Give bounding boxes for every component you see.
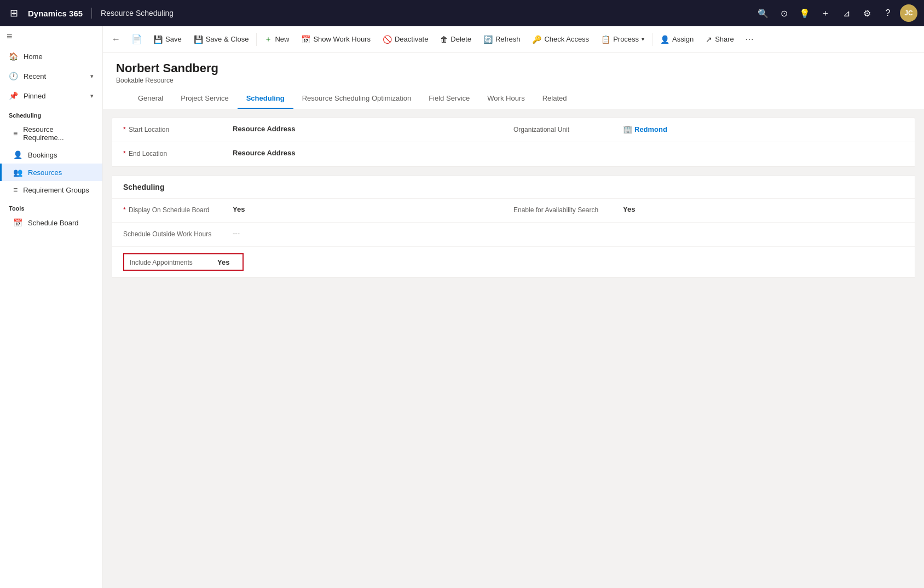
- sidebar-schedule-board-label: Schedule Board: [28, 219, 79, 227]
- user-avatar[interactable]: JC: [900, 4, 917, 22]
- scheduling-row-3: Include Appointments Yes: [112, 247, 915, 277]
- org-unit-label: Organizational Unit: [513, 125, 623, 133]
- sidebar-toggle[interactable]: ≡: [0, 26, 102, 46]
- tab-project-service[interactable]: Project Service: [172, 89, 237, 109]
- end-location-label: * End Location: [123, 149, 233, 158]
- save-icon: 💾: [153, 35, 163, 44]
- sidebar-item-home[interactable]: 🏠 Home: [0, 46, 102, 66]
- search-icon[interactable]: 🔍: [754, 4, 772, 22]
- enable-availability-value[interactable]: Yes: [623, 205, 904, 213]
- more-commands-button[interactable]: ⋯: [741, 32, 758, 46]
- waffle-menu[interactable]: ⊞: [7, 4, 21, 22]
- save-close-label: Save & Close: [206, 35, 249, 43]
- tab-work-hours[interactable]: Work Hours: [478, 89, 533, 109]
- tab-general[interactable]: General: [129, 89, 172, 109]
- topbar-icons: 🔍 ⊙ 💡 ＋ ⊿ ⚙ ? JC: [754, 4, 917, 22]
- show-work-hours-icon: 📅: [301, 35, 310, 44]
- sidebar-item-recent[interactable]: 🕐 Recent ▾: [0, 66, 102, 86]
- check-access-button[interactable]: 🔑 Check Access: [527, 32, 594, 47]
- sidebar: ≡ 🏠 Home 🕐 Recent ▾ 📌 Pinned ▾ Schedulin…: [0, 26, 103, 588]
- form-content: * Start Location Resource Address Organi…: [103, 109, 924, 295]
- save-label: Save: [165, 35, 182, 43]
- assign-button[interactable]: 👤 Assign: [655, 32, 699, 47]
- schedule-outside-value[interactable]: ---: [233, 229, 513, 237]
- share-icon: ↗: [706, 35, 712, 44]
- sidebar-resources-label: Resources: [28, 168, 62, 177]
- sidebar-item-requirement-groups[interactable]: ≡ Requirement Groups: [0, 181, 102, 199]
- delete-label: Delete: [451, 35, 471, 43]
- topbar-divider: [91, 8, 92, 19]
- req-groups-icon: ≡: [13, 185, 18, 194]
- settings-circle-icon[interactable]: ⊙: [775, 4, 793, 22]
- save-button[interactable]: 💾 Save: [148, 32, 187, 47]
- include-appointments-value[interactable]: Yes: [217, 258, 237, 266]
- sidebar-item-bookings[interactable]: 👤 Bookings: [0, 146, 102, 164]
- record-type: Bookable Resource: [116, 77, 911, 84]
- display-schedule-value[interactable]: Yes: [233, 205, 513, 213]
- include-appointments-label: Include Appointments: [130, 258, 217, 266]
- cmd-divider-2: [652, 33, 652, 46]
- new-button[interactable]: ＋ New: [259, 31, 294, 48]
- new-icon: ＋: [264, 34, 272, 44]
- process-chevron-icon: ▾: [642, 36, 644, 42]
- end-location-value[interactable]: Resource Address: [233, 149, 513, 157]
- app-title: Dynamics 365: [28, 9, 83, 18]
- bookings-icon: 👤: [13, 150, 22, 159]
- deactivate-button[interactable]: 🚫 Deactivate: [377, 32, 434, 47]
- main-layout: ≡ 🏠 Home 🕐 Recent ▾ 📌 Pinned ▾ Schedulin…: [0, 26, 924, 588]
- pinned-chevron-icon: ▾: [90, 92, 94, 100]
- start-location-value[interactable]: Resource Address: [233, 125, 513, 133]
- refresh-button[interactable]: 🔄 Refresh: [478, 32, 526, 47]
- display-schedule-field: * Display On Schedule Board Yes: [123, 205, 513, 214]
- sidebar-resource-req-label: Resource Requireme...: [23, 125, 94, 142]
- sidebar-item-resources[interactable]: 👥 Resources: [0, 164, 102, 181]
- tabs: General Project Service Scheduling Resou…: [116, 89, 911, 109]
- lightbulb-icon[interactable]: 💡: [796, 4, 813, 22]
- assign-label: Assign: [672, 35, 694, 43]
- sidebar-item-pinned[interactable]: 📌 Pinned ▾: [0, 86, 102, 106]
- save-close-button[interactable]: 💾 Save & Close: [188, 32, 255, 47]
- scheduling-row-1: * Display On Schedule Board Yes Enable f…: [112, 199, 915, 223]
- sidebar-item-resource-requirements[interactable]: ≡ Resource Requireme...: [0, 121, 102, 146]
- tab-related[interactable]: Related: [534, 89, 576, 109]
- share-label: Share: [715, 35, 734, 43]
- refresh-icon: 🔄: [483, 35, 493, 44]
- tab-rso[interactable]: Resource Scheduling Optimization: [293, 89, 420, 109]
- sidebar-pinned-label: Pinned: [24, 92, 45, 100]
- help-icon[interactable]: ?: [879, 4, 897, 22]
- add-icon[interactable]: ＋: [817, 4, 834, 22]
- command-bar: ← 📄 💾 Save 💾 Save & Close ＋ New 📅 Show W…: [103, 26, 924, 53]
- deactivate-label: Deactivate: [395, 35, 428, 43]
- include-appointments-field: Include Appointments Yes: [123, 253, 513, 271]
- tab-field-service[interactable]: Field Service: [420, 89, 478, 109]
- tab-scheduling[interactable]: Scheduling: [238, 89, 293, 109]
- start-location-label: * Start Location: [123, 125, 233, 133]
- sidebar-bookings-label: Bookings: [28, 151, 57, 159]
- org-unit-value[interactable]: 🏢 Redmond: [623, 125, 904, 133]
- show-work-hours-label: Show Work Hours: [313, 35, 371, 43]
- start-location-field: * Start Location Resource Address: [123, 125, 513, 133]
- check-access-icon: 🔑: [532, 35, 541, 44]
- record-icon-button[interactable]: 📄: [127, 32, 147, 46]
- end-location-field: * End Location Resource Address: [123, 149, 513, 158]
- show-work-hours-button[interactable]: 📅 Show Work Hours: [296, 32, 376, 47]
- sidebar-recent-label: Recent: [24, 72, 46, 80]
- schedule-outside-field: Schedule Outside Work Hours ---: [123, 229, 513, 238]
- scheduling-section-title: Scheduling: [112, 176, 915, 199]
- include-appointments-highlight: Include Appointments Yes: [123, 253, 244, 271]
- save-close-icon: 💾: [194, 35, 203, 44]
- filter-icon[interactable]: ⊿: [838, 4, 855, 22]
- scheduling-row-2: Schedule Outside Work Hours ---: [112, 223, 915, 247]
- sidebar-item-schedule-board[interactable]: 📅 Schedule Board: [0, 214, 102, 231]
- record-area: Norbert Sandberg Bookable Resource Gener…: [103, 53, 924, 588]
- share-button[interactable]: ↗ Share: [700, 32, 740, 47]
- resource-req-icon: ≡: [13, 129, 18, 138]
- back-button[interactable]: ←: [107, 32, 125, 46]
- gear-icon[interactable]: ⚙: [858, 4, 876, 22]
- pinned-icon: 📌: [9, 91, 18, 100]
- delete-button[interactable]: 🗑 Delete: [435, 32, 477, 47]
- schedule-outside-label: Schedule Outside Work Hours: [123, 229, 233, 238]
- location-row-2: * End Location Resource Address: [112, 142, 915, 166]
- process-button[interactable]: 📋 Process ▾: [596, 32, 650, 47]
- app-name: Resource Scheduling: [101, 9, 174, 18]
